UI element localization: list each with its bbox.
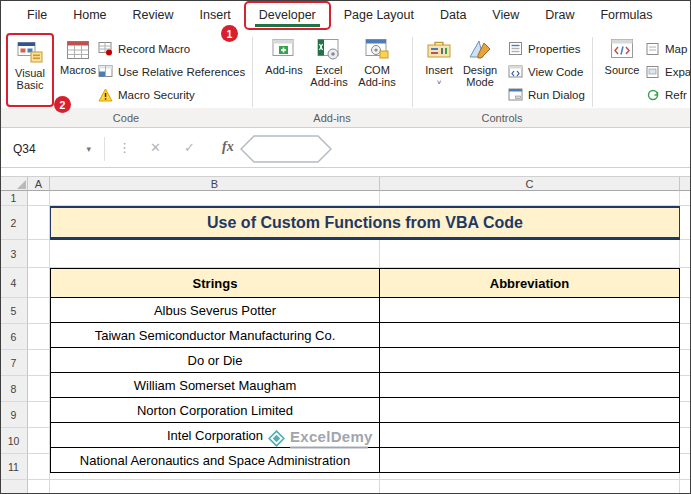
table-cell-string[interactable]: Do or Die: [51, 348, 380, 372]
grid-cell[interactable]: [380, 480, 680, 494]
use-relative-references-button[interactable]: Use Relative References: [98, 62, 245, 81]
grid-cell[interactable]: [380, 240, 680, 268]
column-header-partial[interactable]: [680, 177, 691, 191]
grid-cell[interactable]: [50, 191, 380, 206]
grid-cell[interactable]: [680, 324, 691, 350]
table-cell-empty[interactable]: [380, 423, 679, 447]
grid-cell[interactable]: [28, 428, 50, 454]
row-header[interactable]: 4: [0, 268, 28, 298]
chevron-down-icon[interactable]: ▾: [86, 144, 91, 154]
record-macro-button[interactable]: Record Macro: [98, 39, 190, 58]
grid-cell[interactable]: [680, 454, 691, 480]
refresh-data-button[interactable]: Refr: [646, 85, 687, 104]
tab-insert[interactable]: Insert: [187, 1, 244, 30]
grid-cell[interactable]: [680, 298, 691, 324]
grid-cell[interactable]: [50, 240, 380, 268]
grid-cell[interactable]: [28, 402, 50, 428]
more-dots-icon[interactable]: ⋮: [118, 140, 131, 155]
row-header[interactable]: 3: [0, 240, 28, 268]
grid-cell[interactable]: [28, 298, 50, 324]
grid-cell[interactable]: [28, 376, 50, 402]
grid-cell[interactable]: [28, 206, 50, 240]
tab-formulas[interactable]: Formulas: [587, 1, 665, 30]
column-header-c[interactable]: C: [380, 177, 680, 191]
row-header[interactable]: 11: [0, 454, 28, 480]
visual-basic-button[interactable]: Visual Basic: [6, 33, 54, 107]
grid-cell[interactable]: [380, 191, 680, 206]
cancel-icon[interactable]: ✕: [150, 140, 161, 155]
grid-cell[interactable]: [680, 428, 691, 454]
grid-cell[interactable]: [680, 402, 691, 428]
tab-draw[interactable]: Draw: [532, 1, 587, 30]
table-cell-string[interactable]: William Somerset Maugham: [51, 373, 380, 397]
grid-cell[interactable]: [680, 350, 691, 376]
properties-button[interactable]: Properties: [508, 39, 580, 58]
com-add-ins-button[interactable]: COM Add-ins: [354, 37, 400, 88]
grid-cell[interactable]: [680, 191, 691, 206]
tab-file[interactable]: File: [14, 1, 60, 30]
column-header-b[interactable]: B: [50, 177, 380, 191]
table-cell-empty[interactable]: [380, 373, 679, 397]
grid-cell[interactable]: [680, 206, 691, 240]
formula-input[interactable]: [340, 136, 688, 161]
select-all-button[interactable]: [0, 177, 28, 191]
excel-add-ins-button[interactable]: Excel Add-ins: [306, 37, 352, 88]
row-header[interactable]: 5: [0, 298, 28, 324]
title-cell[interactable]: Use of Custom Functions from VBA Code: [50, 206, 680, 240]
view-code-button[interactable]: View Code: [508, 62, 583, 81]
grid-cell[interactable]: [680, 268, 691, 298]
tab-data[interactable]: Data: [427, 1, 479, 30]
grid-cell[interactable]: [50, 480, 380, 494]
tab-review[interactable]: Review: [120, 1, 187, 30]
table-cell-string[interactable]: Albus Severus Potter: [51, 298, 380, 322]
table-cell-empty[interactable]: [380, 298, 679, 322]
grid-cell[interactable]: [28, 240, 50, 268]
grid-cell[interactable]: [28, 454, 50, 480]
expansion-packs-button[interactable]: Expa: [646, 62, 691, 81]
macros-button[interactable]: Macros: [60, 39, 96, 95]
table-cell-empty[interactable]: [380, 348, 679, 372]
tab-page-layout[interactable]: Page Layout: [331, 1, 427, 30]
tab-developer[interactable]: Developer: [244, 1, 331, 30]
table-cell-string[interactable]: National Aeronautics and Space Administr…: [51, 448, 380, 472]
grid-cell[interactable]: [28, 350, 50, 376]
table-cell-empty[interactable]: [380, 398, 679, 422]
map-properties-label: Map: [665, 43, 687, 55]
enter-icon[interactable]: ✓: [184, 140, 195, 155]
map-properties-button[interactable]: Map: [646, 39, 687, 58]
grid-cell[interactable]: [680, 376, 691, 402]
source-button[interactable]: Source: [602, 37, 642, 76]
row-header[interactable]: 1: [0, 191, 28, 206]
run-dialog-button[interactable]: Run Dialog: [508, 85, 585, 104]
grid-cell[interactable]: [28, 480, 50, 494]
table-cell-empty[interactable]: [380, 448, 679, 472]
insert-control-button[interactable]: Insert ˅: [422, 37, 456, 86]
table-cell-string[interactable]: Norton Corporation Limited: [51, 398, 380, 422]
grid-cell[interactable]: [28, 268, 50, 298]
table-header-abbreviation[interactable]: Abbreviation: [380, 269, 679, 297]
row-header[interactable]: 10: [0, 428, 28, 454]
grid-cell[interactable]: [28, 191, 50, 206]
table-header-strings[interactable]: Strings: [51, 269, 380, 297]
row-header[interactable]: 9: [0, 402, 28, 428]
row-header-partial[interactable]: [0, 480, 28, 494]
row-header[interactable]: 6: [0, 324, 28, 350]
row-header[interactable]: 8: [0, 376, 28, 402]
row-header[interactable]: 2: [0, 206, 28, 240]
row-header[interactable]: 7: [0, 350, 28, 376]
add-ins-button[interactable]: Add-ins: [264, 37, 304, 76]
tab-view[interactable]: View: [479, 1, 532, 30]
grid-cell[interactable]: [680, 240, 691, 268]
macro-security-button[interactable]: Macro Security: [98, 85, 195, 104]
table-cell-string[interactable]: Taiwan Semiconductor Manufacturing Co.: [51, 323, 380, 347]
grid-cell[interactable]: [28, 324, 50, 350]
group-divider: [252, 37, 253, 107]
table-cell-empty[interactable]: [380, 323, 679, 347]
tab-home[interactable]: Home: [60, 1, 119, 30]
column-header-row: A B C: [0, 176, 691, 191]
fx-icon[interactable]: fx: [222, 139, 234, 155]
column-header-a[interactable]: A: [28, 177, 50, 191]
design-mode-button[interactable]: Design Mode: [458, 37, 502, 88]
name-box[interactable]: Q34 ▾: [4, 135, 98, 162]
grid-cell[interactable]: [680, 480, 691, 494]
